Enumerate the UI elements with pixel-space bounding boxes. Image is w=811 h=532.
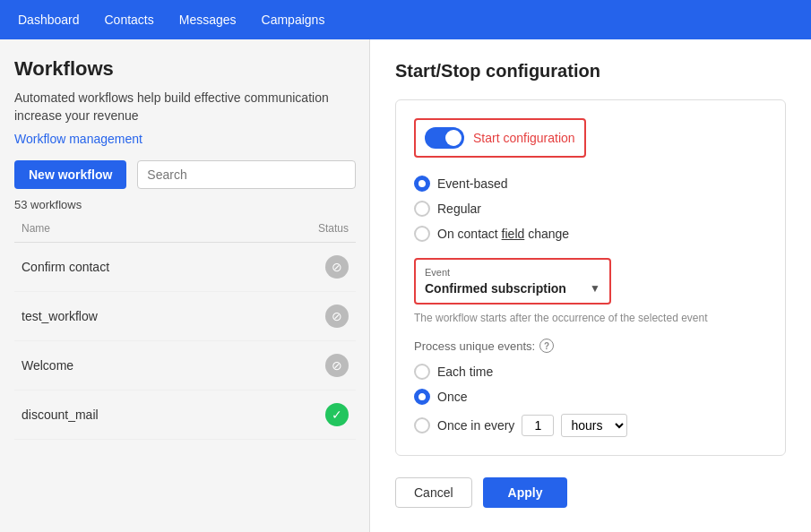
radio-once-label: Once [437, 390, 467, 404]
page-description: Automated workflows help build effective… [14, 90, 356, 124]
cancel-button[interactable]: Cancel [395, 477, 472, 508]
event-type-radio-group: Event-based Regular On contact field cha… [414, 176, 767, 242]
nav-dashboard[interactable]: Dashboard [18, 13, 80, 27]
top-nav: Dashboard Contacts Messages Campaigns [0, 0, 811, 39]
toolbar: New workflow [14, 160, 356, 189]
radio-on-contact-field-label: On contact field change [437, 227, 569, 241]
radio-regular-circle [414, 201, 430, 217]
hours-value-input[interactable] [522, 415, 554, 436]
radio-event-based-label: Event-based [437, 176, 508, 191]
right-panel: Start/Stop configuration Start configura… [370, 39, 811, 532]
workflow-name: Welcome [14, 341, 252, 390]
once-in-every-row: Once in every hours days weeks [437, 414, 627, 437]
status-disabled-icon: ⊘ [325, 255, 349, 279]
radio-regular[interactable]: Regular [414, 201, 767, 217]
radio-regular-label: Regular [437, 202, 481, 216]
workflows-table: Name Status Confirm contact⊘test_workflo… [14, 219, 356, 440]
apply-button[interactable]: Apply [483, 477, 568, 508]
radio-on-contact-field-circle [414, 226, 430, 242]
toggle-row[interactable]: Start configuration [414, 118, 586, 158]
status-disabled-icon: ⊘ [325, 354, 349, 377]
event-label: Event [425, 267, 600, 278]
chevron-down-icon: ▼ [590, 282, 600, 295]
main-layout: Workflows Automated workflows help build… [0, 39, 811, 532]
radio-once-circle [414, 389, 430, 405]
event-value: Confirmed subscription [425, 281, 566, 296]
workflow-status-cell: ✓ [252, 390, 356, 440]
col-status: Status [252, 219, 356, 243]
once-in-every-label: Once in every [437, 418, 514, 433]
workflow-name: discount_mail [14, 390, 252, 440]
new-workflow-button[interactable]: New workflow [14, 160, 126, 189]
radio-each-time[interactable]: Each time [414, 364, 767, 380]
workflow-status-cell: ⊘ [252, 243, 356, 292]
radio-each-time-circle [414, 364, 430, 380]
toggle-label: Start configuration [473, 131, 575, 145]
event-select-row[interactable]: Confirmed subscription ▼ [425, 281, 600, 296]
table-row[interactable]: Confirm contact⊘ [14, 243, 356, 292]
status-disabled-icon: ⊘ [325, 305, 349, 328]
workflow-status-cell: ⊘ [252, 292, 356, 341]
config-card: Start configuration Event-based Regular … [395, 99, 786, 456]
radio-event-based[interactable]: Event-based [414, 176, 767, 192]
radio-once-in-every-circle [414, 417, 430, 433]
radio-each-time-label: Each time [437, 365, 493, 379]
left-panel: Workflows Automated workflows help build… [0, 39, 370, 532]
event-hint: The workflow starts after the occurrence… [414, 312, 767, 324]
wf-count: 53 workflows [14, 198, 356, 211]
config-title: Start/Stop configuration [395, 61, 786, 82]
wf-management-link[interactable]: Workflow management [14, 132, 356, 146]
hours-unit-select[interactable]: hours days weeks [561, 414, 627, 437]
table-row[interactable]: discount_mail✓ [14, 390, 356, 440]
footer-buttons: Cancel Apply [395, 477, 786, 508]
workflow-name: test_workflow [14, 292, 252, 341]
radio-on-contact-field[interactable]: On contact field change [414, 226, 767, 242]
workflow-status-cell: ⊘ [252, 341, 356, 390]
status-active-icon: ✓ [325, 403, 349, 426]
page-title: Workflows [14, 57, 356, 81]
radio-once[interactable]: Once [414, 389, 767, 405]
table-row[interactable]: Welcome⊘ [14, 341, 356, 390]
nav-campaigns[interactable]: Campaigns [262, 13, 325, 27]
col-name: Name [14, 219, 252, 243]
nav-contacts[interactable]: Contacts [105, 13, 154, 27]
help-icon[interactable]: ? [539, 339, 554, 353]
search-input[interactable] [137, 160, 356, 189]
radio-event-based-circle [414, 176, 430, 192]
table-row[interactable]: test_workflow⊘ [14, 292, 356, 341]
process-unique-radio-group: Each time Once Once in every hours days … [414, 364, 767, 437]
workflow-name: Confirm contact [14, 243, 252, 292]
nav-messages[interactable]: Messages [179, 13, 237, 27]
radio-once-in-every[interactable]: Once in every hours days weeks [414, 414, 767, 437]
start-config-toggle[interactable] [425, 127, 464, 149]
process-unique-label: Process unique events: ? [414, 339, 767, 353]
event-dropdown-wrapper[interactable]: Event Confirmed subscription ▼ [414, 258, 611, 305]
